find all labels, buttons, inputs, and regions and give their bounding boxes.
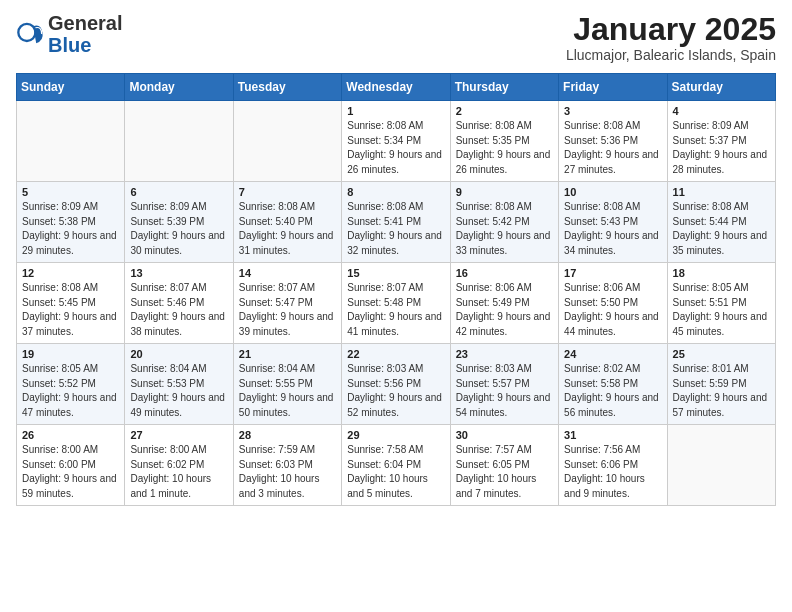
- calendar-cell: 25Sunrise: 8:01 AM Sunset: 5:59 PM Dayli…: [667, 344, 775, 425]
- calendar-cell: 28Sunrise: 7:59 AM Sunset: 6:03 PM Dayli…: [233, 425, 341, 506]
- calendar-cell: 12Sunrise: 8:08 AM Sunset: 5:45 PM Dayli…: [17, 263, 125, 344]
- day-info: Sunrise: 8:08 AM Sunset: 5:45 PM Dayligh…: [22, 281, 120, 339]
- day-info: Sunrise: 8:03 AM Sunset: 5:57 PM Dayligh…: [456, 362, 554, 420]
- calendar-cell: [125, 101, 233, 182]
- calendar-cell: [233, 101, 341, 182]
- day-info: Sunrise: 8:07 AM Sunset: 5:48 PM Dayligh…: [347, 281, 445, 339]
- day-number: 21: [239, 348, 337, 360]
- day-info: Sunrise: 7:58 AM Sunset: 6:04 PM Dayligh…: [347, 443, 445, 501]
- calendar-cell: 23Sunrise: 8:03 AM Sunset: 5:57 PM Dayli…: [450, 344, 558, 425]
- day-number: 18: [673, 267, 771, 279]
- day-info: Sunrise: 8:06 AM Sunset: 5:50 PM Dayligh…: [564, 281, 662, 339]
- day-number: 23: [456, 348, 554, 360]
- day-number: 9: [456, 186, 554, 198]
- calendar-cell: 18Sunrise: 8:05 AM Sunset: 5:51 PM Dayli…: [667, 263, 775, 344]
- day-number: 25: [673, 348, 771, 360]
- day-number: 14: [239, 267, 337, 279]
- day-info: Sunrise: 8:08 AM Sunset: 5:43 PM Dayligh…: [564, 200, 662, 258]
- day-info: Sunrise: 8:08 AM Sunset: 5:42 PM Dayligh…: [456, 200, 554, 258]
- day-info: Sunrise: 8:05 AM Sunset: 5:52 PM Dayligh…: [22, 362, 120, 420]
- logo-general-text: General: [48, 12, 122, 34]
- calendar-cell: 19Sunrise: 8:05 AM Sunset: 5:52 PM Dayli…: [17, 344, 125, 425]
- day-number: 26: [22, 429, 120, 441]
- day-number: 29: [347, 429, 445, 441]
- calendar-cell: 9Sunrise: 8:08 AM Sunset: 5:42 PM Daylig…: [450, 182, 558, 263]
- day-number: 22: [347, 348, 445, 360]
- calendar-cell: 20Sunrise: 8:04 AM Sunset: 5:53 PM Dayli…: [125, 344, 233, 425]
- day-info: Sunrise: 8:00 AM Sunset: 6:00 PM Dayligh…: [22, 443, 120, 501]
- day-number: 24: [564, 348, 662, 360]
- day-number: 4: [673, 105, 771, 117]
- calendar-cell: 13Sunrise: 8:07 AM Sunset: 5:46 PM Dayli…: [125, 263, 233, 344]
- location: Llucmajor, Balearic Islands, Spain: [566, 47, 776, 63]
- day-info: Sunrise: 8:07 AM Sunset: 5:46 PM Dayligh…: [130, 281, 228, 339]
- day-info: Sunrise: 8:07 AM Sunset: 5:47 PM Dayligh…: [239, 281, 337, 339]
- calendar-body: 1Sunrise: 8:08 AM Sunset: 5:34 PM Daylig…: [17, 101, 776, 506]
- day-info: Sunrise: 8:04 AM Sunset: 5:53 PM Dayligh…: [130, 362, 228, 420]
- header: General Blue January 2025 Llucmajor, Bal…: [16, 12, 776, 63]
- calendar-cell: 15Sunrise: 8:07 AM Sunset: 5:48 PM Dayli…: [342, 263, 450, 344]
- calendar-cell: 11Sunrise: 8:08 AM Sunset: 5:44 PM Dayli…: [667, 182, 775, 263]
- day-number: 13: [130, 267, 228, 279]
- day-number: 31: [564, 429, 662, 441]
- day-info: Sunrise: 8:02 AM Sunset: 5:58 PM Dayligh…: [564, 362, 662, 420]
- logo-blue-text: Blue: [48, 34, 91, 56]
- calendar-cell: 10Sunrise: 8:08 AM Sunset: 5:43 PM Dayli…: [559, 182, 667, 263]
- day-number: 20: [130, 348, 228, 360]
- day-info: Sunrise: 8:08 AM Sunset: 5:40 PM Dayligh…: [239, 200, 337, 258]
- month-title: January 2025: [566, 12, 776, 47]
- calendar-cell: [667, 425, 775, 506]
- calendar-cell: 8Sunrise: 8:08 AM Sunset: 5:41 PM Daylig…: [342, 182, 450, 263]
- weekday-header-cell: Wednesday: [342, 74, 450, 101]
- calendar-cell: 21Sunrise: 8:04 AM Sunset: 5:55 PM Dayli…: [233, 344, 341, 425]
- day-info: Sunrise: 8:01 AM Sunset: 5:59 PM Dayligh…: [673, 362, 771, 420]
- calendar-cell: 30Sunrise: 7:57 AM Sunset: 6:05 PM Dayli…: [450, 425, 558, 506]
- day-info: Sunrise: 8:08 AM Sunset: 5:41 PM Dayligh…: [347, 200, 445, 258]
- calendar-cell: 1Sunrise: 8:08 AM Sunset: 5:34 PM Daylig…: [342, 101, 450, 182]
- day-number: 16: [456, 267, 554, 279]
- calendar-cell: 5Sunrise: 8:09 AM Sunset: 5:38 PM Daylig…: [17, 182, 125, 263]
- calendar-table: SundayMondayTuesdayWednesdayThursdayFrid…: [16, 73, 776, 506]
- calendar-week-row: 1Sunrise: 8:08 AM Sunset: 5:34 PM Daylig…: [17, 101, 776, 182]
- weekday-header-cell: Thursday: [450, 74, 558, 101]
- title-block: January 2025 Llucmajor, Balearic Islands…: [566, 12, 776, 63]
- calendar-cell: [17, 101, 125, 182]
- day-number: 2: [456, 105, 554, 117]
- day-info: Sunrise: 8:00 AM Sunset: 6:02 PM Dayligh…: [130, 443, 228, 501]
- calendar-cell: 24Sunrise: 8:02 AM Sunset: 5:58 PM Dayli…: [559, 344, 667, 425]
- day-info: Sunrise: 8:08 AM Sunset: 5:34 PM Dayligh…: [347, 119, 445, 177]
- weekday-header-row: SundayMondayTuesdayWednesdayThursdayFrid…: [17, 74, 776, 101]
- calendar-cell: 17Sunrise: 8:06 AM Sunset: 5:50 PM Dayli…: [559, 263, 667, 344]
- day-number: 10: [564, 186, 662, 198]
- calendar-cell: 26Sunrise: 8:00 AM Sunset: 6:00 PM Dayli…: [17, 425, 125, 506]
- day-info: Sunrise: 8:09 AM Sunset: 5:38 PM Dayligh…: [22, 200, 120, 258]
- calendar-week-row: 12Sunrise: 8:08 AM Sunset: 5:45 PM Dayli…: [17, 263, 776, 344]
- logo-icon: [16, 20, 44, 48]
- weekday-header-cell: Monday: [125, 74, 233, 101]
- calendar-cell: 31Sunrise: 7:56 AM Sunset: 6:06 PM Dayli…: [559, 425, 667, 506]
- day-info: Sunrise: 8:09 AM Sunset: 5:37 PM Dayligh…: [673, 119, 771, 177]
- calendar-cell: 14Sunrise: 8:07 AM Sunset: 5:47 PM Dayli…: [233, 263, 341, 344]
- calendar-cell: 4Sunrise: 8:09 AM Sunset: 5:37 PM Daylig…: [667, 101, 775, 182]
- weekday-header-cell: Tuesday: [233, 74, 341, 101]
- calendar-cell: 3Sunrise: 8:08 AM Sunset: 5:36 PM Daylig…: [559, 101, 667, 182]
- day-info: Sunrise: 8:08 AM Sunset: 5:35 PM Dayligh…: [456, 119, 554, 177]
- day-number: 28: [239, 429, 337, 441]
- calendar-cell: 6Sunrise: 8:09 AM Sunset: 5:39 PM Daylig…: [125, 182, 233, 263]
- calendar-week-row: 26Sunrise: 8:00 AM Sunset: 6:00 PM Dayli…: [17, 425, 776, 506]
- calendar-cell: 22Sunrise: 8:03 AM Sunset: 5:56 PM Dayli…: [342, 344, 450, 425]
- weekday-header-cell: Saturday: [667, 74, 775, 101]
- calendar-cell: 7Sunrise: 8:08 AM Sunset: 5:40 PM Daylig…: [233, 182, 341, 263]
- day-info: Sunrise: 7:56 AM Sunset: 6:06 PM Dayligh…: [564, 443, 662, 501]
- calendar-cell: 16Sunrise: 8:06 AM Sunset: 5:49 PM Dayli…: [450, 263, 558, 344]
- day-number: 3: [564, 105, 662, 117]
- day-number: 12: [22, 267, 120, 279]
- day-number: 11: [673, 186, 771, 198]
- day-number: 27: [130, 429, 228, 441]
- day-info: Sunrise: 8:08 AM Sunset: 5:36 PM Dayligh…: [564, 119, 662, 177]
- calendar-week-row: 5Sunrise: 8:09 AM Sunset: 5:38 PM Daylig…: [17, 182, 776, 263]
- day-info: Sunrise: 7:57 AM Sunset: 6:05 PM Dayligh…: [456, 443, 554, 501]
- day-number: 7: [239, 186, 337, 198]
- calendar-week-row: 19Sunrise: 8:05 AM Sunset: 5:52 PM Dayli…: [17, 344, 776, 425]
- day-number: 19: [22, 348, 120, 360]
